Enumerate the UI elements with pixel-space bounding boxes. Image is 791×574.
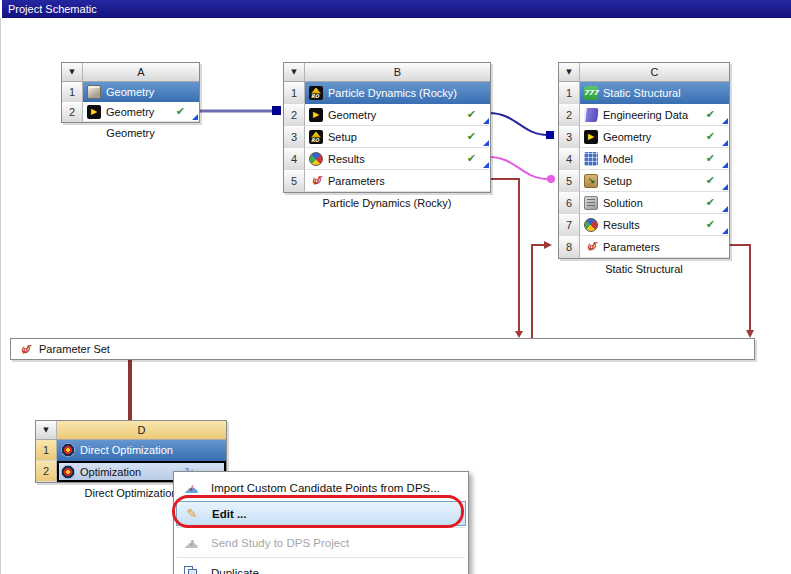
system-B-caption[interactable]: Particle Dynamics (Rocky) bbox=[274, 197, 500, 209]
cell-direct-optimization[interactable]: Direct Optimization bbox=[57, 440, 226, 461]
solution-icon bbox=[584, 196, 598, 210]
row-C2-engineering-data[interactable]: 2Engineering Data✔ bbox=[559, 104, 729, 126]
row-A1-geometry[interactable]: 1Geometry bbox=[62, 82, 199, 102]
dm-geometry-icon: ▶ bbox=[584, 130, 598, 144]
menu-item-label: Edit ... bbox=[212, 508, 247, 520]
system-A: ▼A1Geometry2▶Geometry✔Geometry bbox=[61, 62, 200, 123]
connector-b-results-to-c-setup bbox=[489, 157, 548, 179]
connector-dot-c-setup bbox=[547, 175, 555, 183]
cell-geometry[interactable]: ▶Geometry✔ bbox=[83, 102, 199, 122]
row-C3-geometry[interactable]: 3▶Geometry✔ bbox=[559, 126, 729, 148]
row-number: 1 bbox=[559, 82, 580, 104]
connector-c-parameters-to-parameter-set bbox=[728, 245, 750, 331]
menu-item-edit[interactable]: ✎Edit ... bbox=[176, 501, 466, 526]
row-number: 2 bbox=[559, 104, 580, 126]
results-icon bbox=[584, 218, 598, 232]
system-C-dropdown[interactable]: ▼ bbox=[559, 63, 580, 81]
system-D-letter[interactable]: D bbox=[57, 421, 226, 439]
row-number: 1 bbox=[36, 440, 57, 461]
system-C-header: ▼C bbox=[559, 63, 729, 82]
properties-corner-icon bbox=[722, 184, 728, 190]
cell-label: Direct Optimization bbox=[80, 444, 173, 456]
cell-geometry[interactable]: ▶Geometry✔ bbox=[305, 104, 490, 126]
row-C5-setup[interactable]: 5↘Setup✔ bbox=[559, 170, 729, 192]
properties-corner-icon bbox=[722, 206, 728, 212]
context-menu: ☁↓Import Custom Candidate Points from DP… bbox=[173, 471, 469, 574]
row-C6-solution[interactable]: 6Solution✔ bbox=[559, 192, 729, 214]
cell-model[interactable]: Model✔ bbox=[580, 148, 729, 170]
system-D-dropdown[interactable]: ▼ bbox=[36, 421, 57, 439]
cell-results[interactable]: Results✔ bbox=[305, 148, 490, 170]
properties-corner-icon bbox=[722, 162, 728, 168]
row-C4-model[interactable]: 4Model✔ bbox=[559, 148, 729, 170]
cell-solution[interactable]: Solution✔ bbox=[580, 192, 729, 214]
system-C-caption[interactable]: Static Structural bbox=[549, 263, 739, 275]
cell-parameters[interactable]: ↺pParameters bbox=[580, 236, 729, 258]
row-B3-setup[interactable]: 3ROSetup✔ bbox=[284, 126, 490, 148]
properties-corner-icon bbox=[483, 118, 489, 124]
cell-geometry[interactable]: ▶Geometry✔ bbox=[580, 126, 729, 148]
cell-parameters[interactable]: ↺pParameters bbox=[305, 170, 490, 192]
check-icon: ✔ bbox=[706, 130, 715, 143]
cloud-download-icon: ☁↓ bbox=[184, 481, 198, 495]
chevron-down-icon: ▼ bbox=[291, 68, 296, 76]
static-structural-icon: 777 bbox=[584, 86, 598, 100]
system-A-letter[interactable]: A bbox=[83, 63, 199, 81]
system-B: ▼B1ROParticle Dynamics (Rocky)2▶Geometry… bbox=[283, 62, 491, 193]
properties-corner-icon bbox=[722, 140, 728, 146]
row-A2-geometry[interactable]: 2▶Geometry✔ bbox=[62, 102, 199, 122]
properties-corner-icon bbox=[722, 118, 728, 124]
cell-label: Engineering Data bbox=[603, 109, 688, 121]
system-A-caption[interactable]: Geometry bbox=[52, 127, 209, 139]
arrow-down-into-parameter-set-left bbox=[515, 331, 523, 338]
row-number: 3 bbox=[284, 126, 305, 148]
cell-static-structural[interactable]: 777Static Structural bbox=[580, 82, 729, 104]
row-number: 3 bbox=[559, 126, 580, 148]
check-icon: ✔ bbox=[176, 105, 185, 118]
parameter-set-bar[interactable]: ↺p Parameter Set bbox=[10, 338, 755, 360]
cell-label: Parameters bbox=[328, 175, 385, 187]
row-C8-parameters[interactable]: 8↺pParameters bbox=[559, 236, 729, 258]
system-C-letter[interactable]: C bbox=[580, 63, 729, 81]
system-B-letter[interactable]: B bbox=[305, 63, 490, 81]
system-D-header: ▼D bbox=[36, 421, 226, 440]
row-D1-direct-optimization[interactable]: 1Direct Optimization bbox=[36, 440, 226, 461]
parameters-icon: ↺p bbox=[309, 174, 323, 188]
cell-label: Optimization bbox=[80, 466, 141, 478]
pencil-icon: ✎ bbox=[185, 507, 199, 521]
row-C1-static-structural[interactable]: 1777Static Structural bbox=[559, 82, 729, 104]
menu-separator bbox=[177, 527, 465, 528]
row-B5-parameters[interactable]: 5↺pParameters bbox=[284, 170, 490, 192]
cell-setup[interactable]: ROSetup✔ bbox=[305, 126, 490, 148]
row-number: 4 bbox=[284, 148, 305, 170]
menu-separator bbox=[177, 557, 465, 558]
system-C: ▼C1777Static Structural2Engineering Data… bbox=[558, 62, 730, 259]
row-number: 2 bbox=[62, 102, 83, 122]
parameter-set-label: Parameter Set bbox=[39, 343, 110, 355]
connector-square-b-geometry bbox=[272, 106, 281, 115]
cell-results[interactable]: Results✔ bbox=[580, 214, 729, 236]
row-number: 4 bbox=[559, 148, 580, 170]
row-B4-results[interactable]: 4Results✔ bbox=[284, 148, 490, 170]
row-B2-geometry[interactable]: 2▶Geometry✔ bbox=[284, 104, 490, 126]
setup-box-icon: ↘ bbox=[584, 174, 598, 188]
row-number: 5 bbox=[559, 170, 580, 192]
row-number: 2 bbox=[284, 104, 305, 126]
check-icon: ✔ bbox=[467, 130, 476, 143]
cell-engineering-data[interactable]: Engineering Data✔ bbox=[580, 104, 729, 126]
system-B-dropdown[interactable]: ▼ bbox=[284, 63, 305, 81]
menu-item-duplicate[interactable]: Duplicate bbox=[174, 559, 468, 574]
menu-item-import-custom-candidate-points-from-dps[interactable]: ☁↓Import Custom Candidate Points from DP… bbox=[174, 474, 468, 501]
connector-square-c-geometry bbox=[546, 131, 554, 139]
system-A-dropdown[interactable]: ▼ bbox=[62, 63, 83, 81]
dm-geometry-icon: ▶ bbox=[309, 108, 323, 122]
row-C7-results[interactable]: 7Results✔ bbox=[559, 214, 729, 236]
row-B1-particle-dynamics-rocky[interactable]: 1ROParticle Dynamics (Rocky) bbox=[284, 82, 490, 104]
cell-geometry[interactable]: Geometry bbox=[83, 82, 199, 102]
cell-label: Setup bbox=[328, 131, 357, 143]
cell-particle-dynamics-rocky-[interactable]: ROParticle Dynamics (Rocky) bbox=[305, 82, 490, 104]
cell-setup[interactable]: ↘Setup✔ bbox=[580, 170, 729, 192]
row-number: 1 bbox=[62, 82, 83, 102]
properties-corner-icon bbox=[483, 162, 489, 168]
cell-label: Results bbox=[328, 153, 365, 165]
